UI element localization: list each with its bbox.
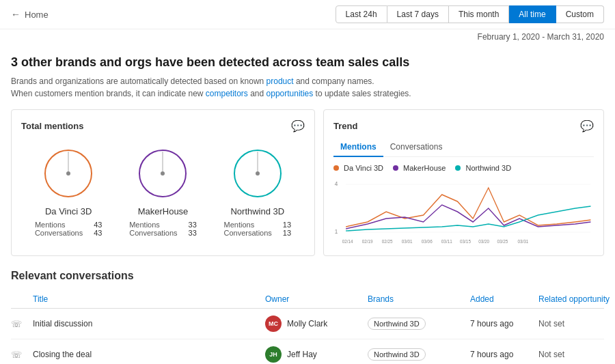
brand-items-list: Da Vinci 3D Mentions43 Conversations43	[21, 139, 305, 240]
back-label: Home	[25, 10, 49, 20]
brand-name-northwind: Northwind 3D	[224, 206, 292, 216]
svg-text:03/20: 03/20	[478, 239, 489, 244]
filter-last7days[interactable]: Last 7 days	[387, 5, 449, 23]
row1-added: 7 hours ago	[470, 319, 538, 328]
svg-point-2	[66, 171, 70, 176]
row2-added: 7 hours ago	[470, 350, 538, 359]
col-brands: Brands	[368, 294, 470, 304]
svg-text:03/01: 03/01	[402, 239, 413, 244]
total-mentions-title: Total mentions	[21, 121, 83, 131]
col-title: Title	[33, 294, 265, 304]
owner-name-molly: Molly Clark	[287, 319, 327, 328]
filter-alltime[interactable]: All time	[509, 5, 556, 23]
trend-tabs: Mentions Conversations	[333, 139, 594, 157]
col-opportunity: Related opportunity	[538, 294, 615, 304]
row1-brand: Northwind 3D	[368, 318, 470, 330]
brand-stats-northwind: Mentions13 Conversations13	[224, 221, 292, 237]
legend-makerhouse: MakerHouse	[393, 164, 446, 172]
brand-name-makerhouse: MakerHouse	[129, 206, 197, 216]
time-filter-group: Last 24h Last 7 days This month All time…	[336, 5, 604, 23]
brand-item-northwind: Northwind 3D Mentions13 Conversations13	[224, 146, 292, 237]
brand-tag-northwind2[interactable]: Northwind 3D	[368, 348, 426, 361]
mentions-share-icon[interactable]: 💬	[291, 120, 305, 132]
phone-icon: ☏	[11, 319, 22, 329]
svg-text:02/19: 02/19	[362, 239, 373, 244]
col-added: Added	[470, 294, 538, 304]
svg-text:1: 1	[335, 228, 338, 235]
brand-stats-makerhouse: Mentions33 Conversations33	[129, 221, 197, 237]
row2-icon: ☏	[11, 350, 33, 360]
svg-text:03/06: 03/06	[422, 239, 433, 244]
svg-text:02/14: 02/14	[342, 239, 353, 244]
page-title: 3 other brands and orgs have been detect…	[11, 55, 604, 70]
row2-opportunity: Not set	[538, 350, 615, 359]
avatar-mc: MC	[265, 316, 282, 332]
brand-name-davinci: Da Vinci 3D	[35, 206, 102, 216]
table-row: ☏ Closing the deal JH Jeff Hay Northwind…	[11, 339, 604, 364]
legend-dot-makerhouse	[393, 165, 398, 171]
page-subtitle: Brands and organizations are automatical…	[11, 75, 604, 100]
date-range: February 1, 2020 - March 31, 2020	[0, 29, 615, 47]
trend-card: Trend 💬 Mentions Conversations Da Vinci …	[323, 109, 604, 256]
row1-owner: MC Molly Clark	[265, 316, 368, 332]
legend-davinci: Da Vinci 3D	[333, 164, 383, 172]
row2-brand: Northwind 3D	[368, 348, 470, 361]
phone-icon: ☏	[11, 350, 22, 360]
table-row: ☏ Initial discussion MC Molly Clark Nort…	[11, 309, 604, 339]
row2-title[interactable]: Closing the deal	[33, 350, 265, 359]
conversations-section-title: Relevant conversations	[11, 270, 604, 282]
brand-item-davinci: Da Vinci 3D Mentions43 Conversations43	[35, 146, 102, 237]
row2-owner: JH Jeff Hay	[265, 346, 368, 363]
trend-chart: 4 1 02/14 02/19 02/25 03/01	[333, 178, 594, 246]
svg-text:03/15: 03/15	[460, 239, 471, 244]
svg-text:02/25: 02/25	[382, 239, 393, 244]
back-arrow-icon: ←	[11, 9, 20, 20]
table-header: Title Owner Brands Added Related opportu…	[11, 290, 604, 309]
filter-last24h[interactable]: Last 24h	[336, 5, 387, 23]
svg-point-5	[161, 171, 165, 176]
legend-dot-davinci	[333, 165, 339, 171]
filter-thismonth[interactable]: This month	[449, 5, 509, 23]
tab-conversations[interactable]: Conversations	[383, 139, 450, 157]
trend-title: Trend	[333, 121, 357, 131]
svg-text:03/31: 03/31	[517, 239, 528, 244]
svg-text:03/25: 03/25	[497, 239, 508, 244]
brand-stats-davinci: Mentions43 Conversations43	[35, 221, 102, 237]
avatar-jh: JH	[265, 346, 282, 363]
legend-northwind: Northwind 3D	[455, 164, 511, 172]
owner-name-jeff: Jeff Hay	[287, 350, 317, 359]
total-mentions-card: Total mentions 💬 Da Vinci 3D Ment	[11, 109, 315, 256]
svg-point-8	[256, 171, 260, 176]
back-link[interactable]: ← Home	[11, 9, 49, 20]
col-owner: Owner	[265, 294, 368, 304]
brand-tag-northwind1[interactable]: Northwind 3D	[368, 318, 426, 330]
row1-opportunity: Not set	[538, 319, 615, 328]
legend-dot-northwind	[455, 165, 461, 171]
svg-text:03/11: 03/11	[441, 239, 452, 244]
svg-text:4: 4	[335, 180, 338, 187]
row1-title[interactable]: Initial discussion	[33, 319, 265, 328]
filter-custom[interactable]: Custom	[556, 5, 604, 23]
trend-legend: Da Vinci 3D MakerHouse Northwind 3D	[333, 164, 594, 172]
row1-icon: ☏	[11, 319, 33, 329]
trend-share-icon[interactable]: 💬	[580, 120, 594, 132]
brand-item-makerhouse: MakerHouse Mentions33 Conversations33	[129, 146, 197, 237]
tab-mentions[interactable]: Mentions	[333, 139, 383, 157]
